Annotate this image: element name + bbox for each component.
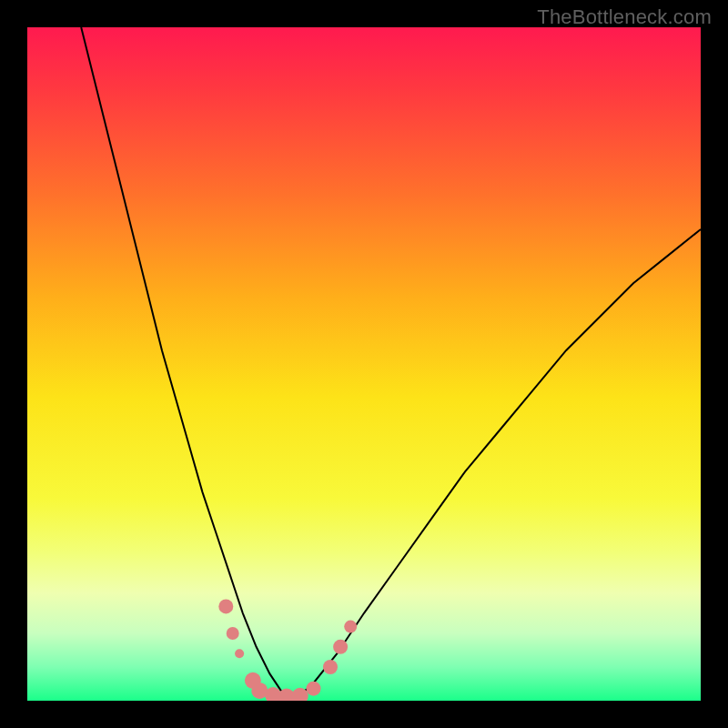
watermark-text: TheBottleneck.com [537, 5, 712, 29]
data-point [227, 627, 239, 640]
data-point [235, 649, 244, 658]
bottleneck-curve [81, 27, 701, 696]
chart-svg [27, 27, 701, 701]
data-point [218, 599, 233, 613]
plot-area [27, 27, 701, 701]
data-point [323, 660, 338, 674]
outer-frame: TheBottleneck.com [0, 0, 728, 728]
data-point [333, 640, 348, 654]
data-point [307, 682, 321, 696]
data-point [344, 621, 357, 633]
